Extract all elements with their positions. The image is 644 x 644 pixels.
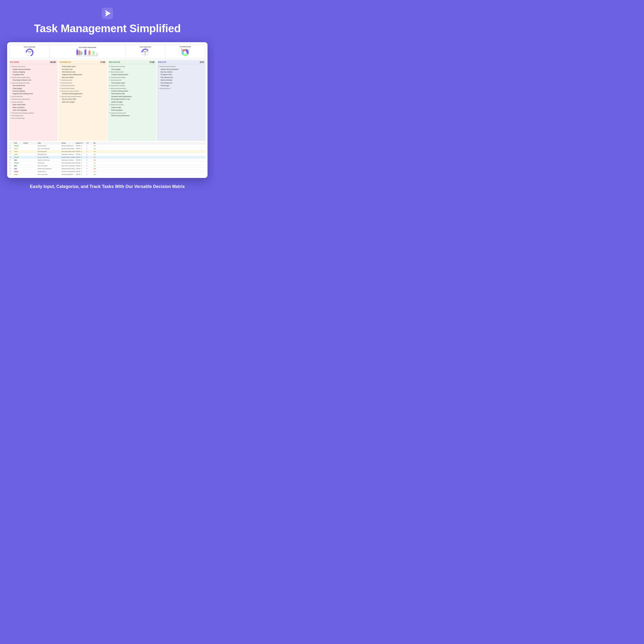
schedule-tasks: Finish project report Fix kitchen sink P… [60,65,106,104]
table-row: Personal Renew passport Passport expirin… [9,145,206,147]
deadline-donut-chart: 7 out of 10 70% [25,48,34,57]
table-row: Leisure Learn a new language Spanish cla… [9,147,206,150]
task-item: Set up a home office [60,98,106,101]
main-title: Task Management Simplified [34,22,181,35]
task-item: Clean the attic [109,106,155,109]
task-item: Attend workshop [158,79,204,82]
svg-text:S more: S more [186,50,189,51]
svg-point-16 [181,50,182,51]
schedule-title: SCHEDULE [60,61,71,63]
svg-point-18 [185,49,186,50]
svg-point-14 [181,49,182,50]
footer-text: Easily Input, Categorize, and Track Task… [25,181,190,194]
svg-point-20 [185,50,186,51]
table-row: Work Organize annual meet Preparations u… [9,159,206,162]
task-item: Organize team building event [60,73,106,76]
task-item: Fix kitchen sink [60,68,106,71]
do-now-quadrant: DO NOW 10 / 20 ✓Vacuum living room Updat… [9,60,58,141]
screenshot-container: TODAY'S DEADLINE 7 out of 10 70% TASK PR… [7,42,208,178]
task-item: Book movie tickets [10,104,57,106]
table-row: Projects Update resume Seeking new oppor… [9,170,206,173]
schedule-quadrant: SCHEDULE 7 / 16 Finish project report Fi… [58,60,107,141]
task-item: ✓Check inventory [60,82,106,84]
task-item: ✓Photography trip [10,114,57,117]
type-breakdown-label: TYPE BREAKDOWN [179,46,191,47]
task-item: ✓Vacuum living room [10,65,57,68]
task-item: ✓Company logo design [109,76,155,79]
delegate-count: 7 / 16 [149,61,155,63]
task-item: Schedule dentist appointment [60,93,106,95]
task-item: ✓Attend team meeting [109,84,155,87]
header: Task Management Simplified [0,0,215,39]
schedule-header: SCHEDULE 7 / 16 [60,61,106,64]
table-row: Leisure Plan family picnic Discussing lo… [9,150,206,153]
svg-text:Personal: Personal [186,49,189,50]
task-item: Learn new language [10,109,57,112]
task-item: Buy new curtains [60,76,106,79]
table-header: TYPE STATUS TASK NOTES DEADLINE IMP? URG… [9,142,206,145]
task-item: Plan weekend trip [10,84,57,87]
task-item: Schedule dentist appointment [109,95,155,98]
task-completion-card: TASK COMPLETION 28 out of 67 40% [126,45,165,58]
bottom-table: TYPE STATUS TASK NOTES DEADLINE IMP? URG… [9,142,206,176]
svg-text:Work: Work [182,50,184,51]
task-item: Clean garage [109,68,155,71]
svg-text:70%: 70% [28,52,31,54]
task-item: ✓Coordinate with [109,79,155,82]
quadrant-grid: DO NOW 10 / 20 ✓Vacuum living room Updat… [9,60,206,141]
type-breakdown-card: TYPE BREAKDOWN Home Work Personal [166,45,205,58]
task-item: ✓Review intern applications [10,76,57,79]
task-item: ✓Plant kitchen herbs [60,87,106,90]
task-item: Re-arrange furniture in den [109,98,155,101]
task-completion-label: TASK COMPLETION [140,46,151,48]
task-item: Conduct training session [109,73,155,76]
todays-deadline-card: TODAY'S DEADLINE 7 out of 10 70% [10,45,49,58]
task-item: Install new lights [109,101,155,103]
task-item: ✓Plant kitchen herbs [109,71,155,73]
task-item: ✓Coordinate with [60,79,106,82]
task-item: Plan family picnic [158,82,204,84]
task-item: Review team performance [109,114,155,117]
table-row: Work Start a DIY project Ideas under con… [9,165,206,167]
task-item: ✓Update resume [158,87,204,90]
task-item: Visit the gym [158,84,204,87]
todays-deadline-label: TODAY'S DEADLINE [24,46,35,48]
do-now-count: 10 / 20 [49,61,56,63]
do-now-header: DO NOW 10 / 20 [10,61,57,64]
stats-bar: TODAY'S DEADLINE 7 out of 10 70% TASK PR… [9,44,206,59]
type-pie-chart: Home Work Personal S more [181,48,190,57]
svg-text:40%: 40% [144,54,146,55]
task-item: Buy new curtains [158,71,204,73]
do-now-tasks: ✓Vacuum living room Update client presen… [10,65,57,120]
task-item: ✓Update HR policies [109,104,155,106]
task-item: Build a treehouse [10,106,57,109]
table-row: Leisure Photography trip Preparations un… [9,153,206,156]
task-item: Start a DIY project [60,101,106,103]
task-item: ✓Vacuum living room [60,84,106,87]
task-item: Update client presentation [10,68,57,71]
task-item: Grocery shopping [10,71,57,73]
task-item: ✓Review intern applications [10,98,57,101]
task-item: ✓Submit expense report [109,87,155,90]
delete-count: 2 / 9 [199,61,204,63]
task-item: Clean garage [10,87,57,90]
task-item: ✓Send out survey to clients [10,82,57,84]
delete-quadrant: DELETE 2 / 9 ✓Debrief expense report Upd… [157,60,206,141]
task-item: Finish project report [109,82,155,84]
task-item: ✓Attend team meeting [109,65,155,68]
task-item: Plan weekend trip [158,76,204,79]
task-item: Fix garden fence [10,73,57,76]
task-item: Renew passport [109,109,155,112]
task-item: ✓Debrief expense report [158,65,204,68]
logo-icon [102,8,113,19]
delete-header: DELETE 2 / 9 [158,61,204,64]
delegate-title: DELEGATE [109,61,120,63]
completion-donut-chart: 28 out of 67 40% [141,48,150,57]
schedule-count: 7 / 16 [100,61,106,63]
table-row: Personal Visit the gym New membership ac… [9,162,206,165]
task-item: Paint bedroom wall [60,71,106,73]
task-item: Finish project report [60,65,106,68]
priority-breakdown-card: TASK PRIORITY BREAKDOWN 10 High 8 Med 6 … [50,45,125,58]
task-item: Grocery shopping [10,90,57,93]
delegate-tasks: ✓Attend team meeting Clean garage ✓Plant… [109,65,155,117]
